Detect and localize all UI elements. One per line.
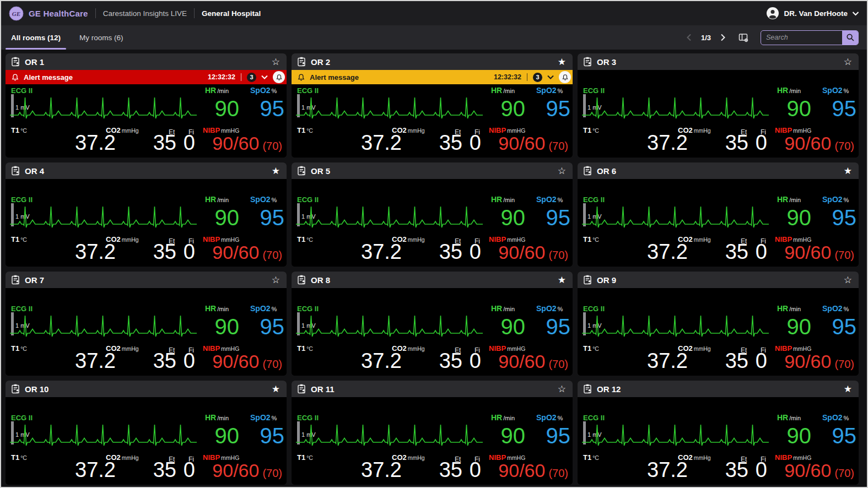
et-value: 35 bbox=[713, 458, 748, 482]
search-input[interactable] bbox=[761, 31, 842, 45]
room-card-header[interactable]: OR 1 ☆ bbox=[6, 53, 287, 70]
alarm-silence-button[interactable] bbox=[559, 71, 571, 83]
spo2-value: 95 bbox=[240, 314, 284, 339]
nibp-value: 90/60(70) bbox=[498, 350, 568, 373]
alert-expand-button[interactable] bbox=[261, 74, 268, 80]
room-card-header[interactable]: OR 7 ☆ bbox=[6, 272, 287, 288]
t1-label: T1°C bbox=[11, 344, 27, 353]
room-card-header[interactable]: OR 10 ★ bbox=[6, 381, 287, 397]
alert-time: 12:32:32 bbox=[208, 73, 235, 81]
favorite-star-button[interactable]: ☆ bbox=[557, 384, 567, 394]
t1-label: T1°C bbox=[583, 453, 599, 462]
room-card-header[interactable]: OR 3 ☆ bbox=[578, 53, 859, 70]
room-name: OR 10 bbox=[25, 384, 48, 394]
room-name: OR 8 bbox=[311, 275, 330, 285]
spo2-label: SpO2% bbox=[812, 413, 856, 423]
chevron-down-icon bbox=[547, 74, 554, 80]
nibp-value: 90/60(70) bbox=[784, 132, 854, 155]
nibp-value: 90/60(70) bbox=[212, 132, 282, 155]
fi-value: 0 bbox=[180, 131, 195, 155]
alert-bar[interactable]: Alert message 12:32:32 3 bbox=[6, 70, 287, 84]
room-name: OR 3 bbox=[597, 57, 616, 67]
fi-value: 0 bbox=[180, 349, 195, 373]
layout-settings-button[interactable] bbox=[737, 32, 750, 44]
svg-text:GE: GE bbox=[12, 10, 20, 17]
room-card-header[interactable]: OR 8 ★ bbox=[292, 272, 573, 288]
room-card-header[interactable]: OR 9 ☆ bbox=[578, 272, 859, 288]
vitals-panel: ECG II 1 mV HR/min 90 SpO2% 95 bbox=[6, 303, 287, 376]
room-card-body: ECG II 1 mV HR/min 90 SpO2% 95 bbox=[6, 397, 287, 485]
nibp-mean-value: (70) bbox=[834, 358, 854, 371]
hr-label: HR/min bbox=[481, 413, 525, 423]
t1-value: 37.2 bbox=[325, 240, 402, 264]
hr-value: 90 bbox=[195, 423, 239, 448]
hr-label: HR/min bbox=[481, 86, 525, 96]
favorite-star-button[interactable]: ☆ bbox=[843, 57, 853, 67]
room-card-header[interactable]: OR 4 ★ bbox=[6, 162, 287, 179]
search-icon bbox=[846, 33, 855, 42]
favorite-star-button[interactable]: ☆ bbox=[271, 57, 281, 67]
spo2-value: 95 bbox=[812, 96, 856, 121]
room-card-body: Alert message 12:32:32 3 ECG II 1 mV bbox=[6, 70, 287, 158]
co2-label: CO2mmHg bbox=[106, 344, 139, 353]
user-menu[interactable]: DR. Van DerHoote bbox=[766, 7, 859, 20]
room-card-header[interactable]: OR 11 ☆ bbox=[292, 381, 573, 397]
room-card-header[interactable]: OR 12 ★ bbox=[578, 381, 859, 397]
favorite-star-button[interactable]: ★ bbox=[843, 166, 853, 176]
room-card-header[interactable]: OR 5 ☆ bbox=[292, 162, 573, 179]
favorite-star-button[interactable]: ★ bbox=[557, 275, 567, 285]
bell-icon bbox=[562, 74, 569, 81]
nibp-mean-value: (70) bbox=[262, 467, 282, 480]
tab-my-rooms[interactable]: My rooms (6) bbox=[79, 25, 123, 50]
hr-label: HR/min bbox=[195, 413, 239, 423]
co2-label: CO2mmHg bbox=[106, 453, 139, 462]
alert-time: 12:32:32 bbox=[494, 73, 521, 81]
room-card-body: ECG II 1 mV HR/min 90 SpO2% 95 bbox=[292, 179, 573, 267]
et-value: 35 bbox=[141, 458, 176, 482]
avatar-icon bbox=[766, 7, 779, 20]
alert-message: Alert message bbox=[310, 73, 359, 82]
brand-name: GE HealthCare bbox=[29, 9, 88, 18]
pagination-next-button[interactable] bbox=[719, 32, 727, 42]
t1-value: 37.2 bbox=[39, 131, 116, 155]
alert-message: Alert message bbox=[24, 73, 73, 82]
co2-label: CO2mmHg bbox=[678, 344, 711, 353]
hr-label: HR/min bbox=[195, 195, 239, 205]
alert-bar[interactable]: Alert message 12:32:32 3 bbox=[292, 70, 573, 84]
room-clipboard-icon bbox=[583, 166, 592, 176]
alert-bell-icon bbox=[297, 73, 305, 82]
room-card-4: OR 4 ★ ECG II 1 mV HR/min 90 bbox=[6, 162, 287, 267]
search-button[interactable] bbox=[842, 31, 858, 45]
ecg-waveform bbox=[10, 309, 197, 341]
room-clipboard-icon bbox=[11, 384, 20, 394]
favorite-star-button[interactable]: ★ bbox=[843, 384, 853, 394]
pagination-prev-button[interactable] bbox=[685, 32, 693, 42]
ge-logo-icon: GE bbox=[9, 6, 24, 21]
favorite-star-button[interactable]: ★ bbox=[271, 166, 281, 176]
room-card-header[interactable]: OR 6 ★ bbox=[578, 162, 859, 179]
alarm-silence-button[interactable] bbox=[273, 71, 285, 83]
vitals-panel: ECG II 1 mV HR/min 90 SpO2% 95 bbox=[578, 412, 859, 485]
t1-value: 37.2 bbox=[611, 131, 688, 155]
room-card-body: ECG II 1 mV HR/min 90 SpO2% 95 bbox=[578, 397, 859, 485]
t1-label: T1°C bbox=[583, 126, 599, 134]
et-value: 35 bbox=[713, 131, 748, 155]
room-card-6: OR 6 ★ ECG II 1 mV HR/min 90 bbox=[578, 162, 859, 267]
favorite-star-button[interactable]: ☆ bbox=[843, 275, 853, 285]
co2-label: CO2mmHg bbox=[106, 126, 139, 134]
favorite-star-button[interactable]: ☆ bbox=[271, 275, 281, 285]
tab-all-rooms[interactable]: All rooms (12) bbox=[11, 25, 61, 50]
favorite-star-button[interactable]: ☆ bbox=[557, 166, 567, 176]
favorite-star-button[interactable]: ★ bbox=[271, 384, 281, 394]
t1-value: 37.2 bbox=[39, 349, 116, 373]
spo2-label: SpO2% bbox=[240, 413, 284, 423]
et-value: 35 bbox=[713, 349, 748, 373]
alert-expand-button[interactable] bbox=[547, 74, 554, 80]
ecg-waveform bbox=[296, 200, 483, 232]
room-card-10: OR 10 ★ ECG II 1 mV HR/min 90 bbox=[6, 381, 287, 485]
favorite-star-button[interactable]: ★ bbox=[557, 57, 567, 67]
topbar: GE GE HealthCare Carestation Insights LI… bbox=[1, 1, 867, 25]
ecg-waveform bbox=[296, 91, 483, 123]
room-card-body: ECG II 1 mV HR/min 90 SpO2% 95 bbox=[578, 179, 859, 267]
room-card-header[interactable]: OR 2 ★ bbox=[292, 53, 573, 70]
